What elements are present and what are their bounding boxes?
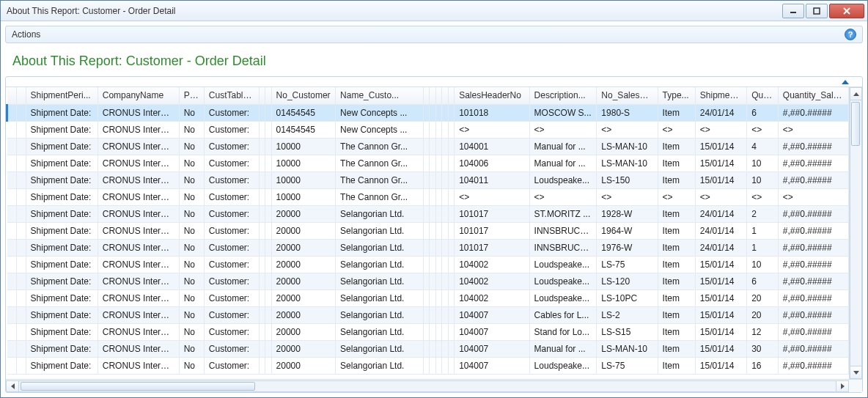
- cell-nocust[interactable]: 01454545: [271, 121, 335, 138]
- cell-nocust[interactable]: 10000: [271, 188, 335, 205]
- column-header-g4[interactable]: [265, 87, 272, 104]
- cell-salesheader[interactable]: 104002: [455, 256, 529, 273]
- table-row[interactable]: Shipment Date:CRONUS Interna...NoCustome…: [7, 306, 849, 323]
- cell-nocust[interactable]: 20000: [271, 222, 335, 239]
- cell-companyname[interactable]: CRONUS Interna...: [98, 273, 179, 290]
- table-row[interactable]: Shipment Date:CRONUS Interna...NoCustome…: [7, 357, 849, 374]
- cell-description[interactable]: <>: [529, 121, 597, 138]
- cell-shipment[interactable]: 15/01/14: [695, 172, 746, 188]
- cell-qtysale[interactable]: #,##0.#####: [778, 323, 848, 340]
- cell-qtysale[interactable]: #,##0.#####: [778, 205, 848, 222]
- cell-nosalesline[interactable]: LS-MAN-10: [597, 138, 658, 155]
- cell-qtysale[interactable]: #,##0.#####: [778, 138, 848, 155]
- cell-type[interactable]: Item: [658, 239, 695, 256]
- cell-qua[interactable]: 10: [747, 155, 779, 172]
- cell-description[interactable]: INNSBRUCK...: [529, 222, 597, 239]
- cell-shipment[interactable]: 15/01/14: [695, 273, 746, 290]
- cell-nosalesline[interactable]: LS-75: [597, 357, 658, 374]
- cell-description[interactable]: <>: [529, 188, 597, 205]
- cell-qua[interactable]: 1: [747, 222, 779, 239]
- cell-nosalesline[interactable]: LS-120: [597, 273, 658, 290]
- cell-shipment[interactable]: 15/01/14: [695, 306, 746, 323]
- cell-companyname[interactable]: CRONUS Interna...: [98, 155, 179, 172]
- cell-companyname[interactable]: CRONUS Interna...: [98, 306, 179, 323]
- cell-qua[interactable]: 10: [747, 256, 779, 273]
- cell-salesheader[interactable]: 104002: [455, 273, 529, 290]
- cell-type[interactable]: Item: [658, 172, 695, 188]
- cell-namecust[interactable]: Selangorian Ltd.: [336, 239, 423, 256]
- column-header-custtable[interactable]: CustTable...: [204, 87, 259, 104]
- cell-shipmentperiod[interactable]: Shipment Date:: [26, 104, 98, 121]
- column-header-g3[interactable]: [259, 87, 265, 104]
- cell-pri[interactable]: No: [179, 121, 204, 138]
- cell-shipment[interactable]: 15/01/14: [695, 155, 746, 172]
- table-row[interactable]: Shipment Date:CRONUS Interna...NoCustome…: [7, 188, 849, 205]
- cell-salesheader[interactable]: 101017: [455, 205, 529, 222]
- column-header-qtysale[interactable]: Quantity_Sale...: [778, 87, 848, 104]
- cell-namecust[interactable]: Selangorian Ltd.: [336, 290, 423, 306]
- column-header-g8[interactable]: [442, 87, 449, 104]
- cell-salesheader[interactable]: 104001: [455, 138, 529, 155]
- cell-custtable[interactable]: Customer:: [204, 239, 259, 256]
- cell-qua[interactable]: 6: [747, 273, 779, 290]
- cell-namecust[interactable]: The Cannon Gr...: [336, 138, 423, 155]
- cell-pri[interactable]: No: [179, 205, 204, 222]
- cell-nosalesline[interactable]: 1928-W: [597, 205, 658, 222]
- cell-pri[interactable]: No: [179, 290, 204, 306]
- cell-nocust[interactable]: 10000: [271, 138, 335, 155]
- cell-qua[interactable]: 30: [747, 340, 779, 357]
- grid-collapse-row[interactable]: [6, 77, 862, 87]
- cell-qua[interactable]: <>: [747, 188, 779, 205]
- cell-nocust[interactable]: 20000: [271, 357, 335, 374]
- cell-shipmentperiod[interactable]: Shipment Date:: [26, 239, 98, 256]
- cell-nosalesline[interactable]: <>: [597, 188, 658, 205]
- cell-pri[interactable]: No: [179, 172, 204, 188]
- cell-shipment[interactable]: 15/01/14: [695, 290, 746, 306]
- column-header-type[interactable]: Type...: [658, 87, 695, 104]
- cell-shipmentperiod[interactable]: Shipment Date:: [26, 138, 98, 155]
- cell-custtable[interactable]: Customer:: [204, 273, 259, 290]
- cell-type[interactable]: Item: [658, 138, 695, 155]
- column-header-gutter2[interactable]: [16, 87, 26, 104]
- column-header-pri[interactable]: Pri...: [179, 87, 204, 104]
- cell-shipment[interactable]: <>: [695, 121, 746, 138]
- cell-custtable[interactable]: Customer:: [204, 155, 259, 172]
- cell-shipmentperiod[interactable]: Shipment Date:: [26, 121, 98, 138]
- cell-nosalesline[interactable]: LS-2: [597, 306, 658, 323]
- cell-nosalesline[interactable]: LS-S15: [597, 323, 658, 340]
- cell-shipmentperiod[interactable]: Shipment Date:: [26, 290, 98, 306]
- cell-qtysale[interactable]: #,##0.#####: [778, 357, 848, 374]
- cell-description[interactable]: Stand for Lo...: [529, 323, 597, 340]
- cell-salesheader[interactable]: 101017: [455, 239, 529, 256]
- cell-namecust[interactable]: Selangorian Ltd.: [336, 205, 423, 222]
- cell-type[interactable]: Item: [658, 256, 695, 273]
- cell-namecust[interactable]: Selangorian Ltd.: [336, 273, 423, 290]
- cell-pri[interactable]: No: [179, 188, 204, 205]
- cell-shipment[interactable]: <>: [695, 188, 746, 205]
- cell-nocust[interactable]: 20000: [271, 273, 335, 290]
- cell-shipment[interactable]: 24/01/14: [695, 222, 746, 239]
- cell-custtable[interactable]: Customer:: [204, 121, 259, 138]
- table-row[interactable]: Shipment Date:CRONUS Interna...NoCustome…: [7, 239, 849, 256]
- help-icon[interactable]: ?: [845, 29, 856, 40]
- cell-type[interactable]: Item: [658, 273, 695, 290]
- cell-type[interactable]: Item: [658, 323, 695, 340]
- cell-qua[interactable]: 4: [747, 138, 779, 155]
- cell-shipmentperiod[interactable]: Shipment Date:: [26, 323, 98, 340]
- cell-nocust[interactable]: 20000: [271, 239, 335, 256]
- cell-companyname[interactable]: CRONUS Interna...: [98, 340, 179, 357]
- cell-description[interactable]: Cables for L...: [529, 306, 597, 323]
- table-row[interactable]: Shipment Date:CRONUS Interna...NoCustome…: [7, 155, 849, 172]
- cell-description[interactable]: MOSCOW S...: [529, 104, 597, 121]
- cell-nosalesline[interactable]: <>: [597, 121, 658, 138]
- cell-description[interactable]: Loudspeake...: [529, 256, 597, 273]
- cell-salesheader[interactable]: 104007: [455, 306, 529, 323]
- table-row[interactable]: Shipment Date:CRONUS Interna...NoCustome…: [7, 205, 849, 222]
- minimize-button[interactable]: [782, 4, 804, 18]
- cell-companyname[interactable]: CRONUS Interna...: [98, 357, 179, 374]
- cell-nosalesline[interactable]: LS-MAN-10: [597, 340, 658, 357]
- cell-namecust[interactable]: Selangorian Ltd.: [336, 222, 423, 239]
- cell-shipmentperiod[interactable]: Shipment Date:: [26, 273, 98, 290]
- cell-qua[interactable]: 20: [747, 290, 779, 306]
- cell-description[interactable]: Loudspeake...: [529, 172, 597, 188]
